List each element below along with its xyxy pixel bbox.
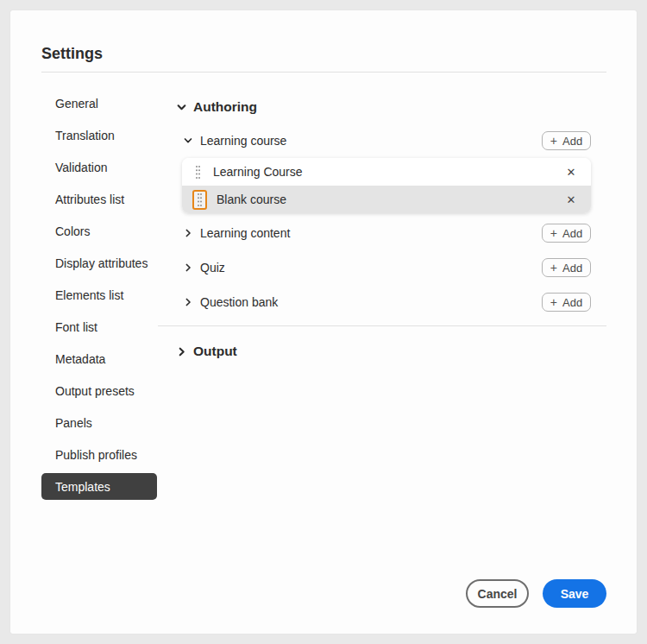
sidebar-item-translation[interactable]: Translation [41, 122, 157, 148]
sidebar-item-publish-profiles[interactable]: Publish profiles [41, 441, 157, 468]
add-button-label: Add [562, 227, 582, 240]
learning-course-group-toggle[interactable]: Learning course + Add [164, 131, 606, 150]
settings-dialog-backdrop: Settings General Translation Validation … [0, 0, 647, 644]
output-section-label: Output [193, 344, 237, 359]
sidebar-item-font-list[interactable]: Font list [41, 313, 157, 340]
sidebar-item-templates[interactable]: Templates [41, 473, 157, 500]
learning-content-group-toggle[interactable]: Learning content + Add [164, 224, 606, 243]
sidebar-item-general[interactable]: General [41, 90, 157, 117]
plus-icon: + [550, 262, 557, 274]
chevron-right-icon [184, 263, 192, 272]
drag-handle-zone [189, 190, 210, 210]
template-label: Blank course [217, 193, 563, 206]
template-label: Learning Course [213, 165, 563, 179]
add-button-label: Add [562, 135, 582, 148]
plus-icon: + [550, 296, 557, 308]
template-row-blank-course[interactable]: Blank course ✕ [182, 186, 591, 213]
chevron-right-icon [184, 229, 192, 237]
drag-handle-icon [198, 193, 202, 206]
template-row-learning-course[interactable]: Learning Course ✕ [182, 158, 591, 186]
chevron-down-icon [177, 103, 186, 112]
quiz-group-toggle[interactable]: Quiz + Add [164, 258, 606, 277]
remove-template-icon[interactable]: ✕ [563, 164, 579, 180]
templates-settings-panel: Authoring Learning course + Add Learning [164, 10, 606, 634]
settings-sidebar: General Translation Validation Attribute… [41, 90, 167, 505]
section-divider [158, 325, 606, 326]
drag-handle-icon[interactable] [196, 166, 200, 179]
add-button-label: Add [562, 262, 582, 275]
question-bank-group-toggle[interactable]: Question bank + Add [164, 293, 606, 312]
quiz-group-label: Quiz [200, 261, 225, 275]
chevron-down-icon [184, 136, 192, 145]
cancel-button[interactable]: Cancel [466, 579, 529, 608]
output-section-toggle[interactable]: Output [164, 341, 237, 362]
drag-handle-zone [189, 166, 206, 179]
sidebar-item-attributes-list[interactable]: Attributes list [41, 186, 157, 212]
authoring-section-toggle[interactable]: Authoring [164, 97, 257, 117]
authoring-section-label: Authoring [193, 99, 257, 115]
drag-handle-focused[interactable] [192, 190, 207, 210]
sidebar-item-panels[interactable]: Panels [41, 409, 157, 436]
add-button-label: Add [562, 296, 582, 309]
add-learning-course-button[interactable]: + Add [542, 131, 591, 150]
save-button[interactable]: Save [543, 579, 606, 608]
sidebar-item-metadata[interactable]: Metadata [41, 345, 157, 372]
add-learning-content-button[interactable]: + Add [542, 224, 591, 243]
plus-icon: + [550, 227, 557, 239]
add-question-bank-button[interactable]: + Add [542, 293, 591, 312]
chevron-right-icon [184, 298, 192, 306]
sidebar-item-validation[interactable]: Validation [41, 154, 157, 180]
page-title: Settings [41, 45, 103, 63]
settings-dialog: Settings General Translation Validation … [10, 10, 637, 634]
sidebar-item-output-presets[interactable]: Output presets [41, 377, 157, 404]
sidebar-item-elements-list[interactable]: Elements list [41, 281, 157, 308]
chevron-right-icon [177, 347, 186, 357]
sidebar-item-display-attributes[interactable]: Display attributes [41, 249, 157, 276]
learning-content-group-label: Learning content [200, 226, 290, 240]
plus-icon: + [550, 135, 557, 147]
template-list: Learning Course ✕ Blank course ✕ [182, 158, 591, 213]
add-quiz-button[interactable]: + Add [542, 258, 591, 277]
question-bank-group-label: Question bank [200, 295, 278, 309]
remove-template-icon[interactable]: ✕ [563, 192, 579, 207]
sidebar-item-colors[interactable]: Colors [41, 218, 157, 244]
learning-course-group-label: Learning course [200, 134, 286, 148]
